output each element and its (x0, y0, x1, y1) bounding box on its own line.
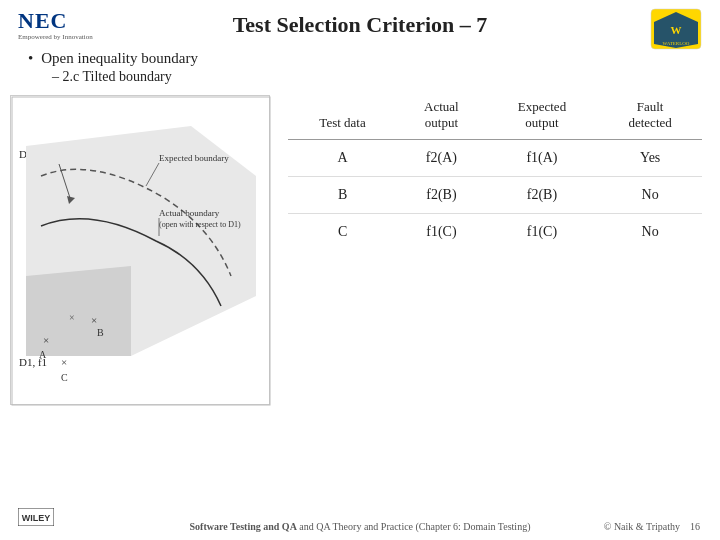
footer-page: 16 (690, 521, 700, 532)
svg-text:C: C (61, 372, 68, 383)
table-row: A f2(A) f1(A) Yes (288, 140, 702, 177)
footer-detail: Theory and Practice (Chapter 6: Domain T… (333, 521, 531, 532)
row-a-test: A (288, 140, 397, 177)
svg-text:B: B (97, 327, 104, 338)
svg-text:×: × (43, 334, 49, 346)
table-row: C f1(C) f1(C) No (288, 214, 702, 251)
footer-text: Software Testing and QA and QA Theory an… (20, 521, 700, 532)
row-b-actual: f2(B) (397, 177, 486, 214)
wiley-logo: WILEY (18, 508, 54, 526)
row-b-expected: f2(B) (486, 177, 599, 214)
col-actual: Actualoutput (397, 95, 486, 140)
row-b-test: B (288, 177, 397, 214)
waterloo-logo: W WATERLOO (650, 8, 702, 54)
row-b-fault: No (598, 177, 702, 214)
svg-text:WILEY: WILEY (22, 513, 51, 523)
col-expected: Expectedoutput (486, 95, 599, 140)
nec-logo-area: NEC Empowered by Innovation (18, 10, 93, 41)
main-area: D2, f2 D1, f1 Expected boundary Actual b… (0, 91, 720, 405)
sub-item: – 2.c Tilted boundary (52, 69, 692, 85)
svg-text:×: × (69, 312, 75, 323)
row-c-fault: No (598, 214, 702, 251)
col-test: Test data (288, 95, 397, 140)
svg-text:A: A (39, 349, 47, 360)
row-a-expected: f1(A) (486, 140, 599, 177)
svg-text:Actual boundary: Actual boundary (159, 208, 220, 218)
row-c-actual: f1(C) (397, 214, 486, 251)
bullet-text: Open inequality boundary (41, 50, 198, 67)
svg-text:(open with respect to D1): (open with respect to D1) (159, 220, 241, 229)
table-area: Test data Actualoutput Expectedoutput Fa… (280, 95, 710, 405)
row-a-actual: f2(A) (397, 140, 486, 177)
diagram-area: D2, f2 D1, f1 Expected boundary Actual b… (10, 95, 270, 405)
row-c-test: C (288, 214, 397, 251)
row-c-expected: f1(C) (486, 214, 599, 251)
footer-sub: and QA (299, 521, 332, 532)
table-row: B f2(B) f2(B) No (288, 177, 702, 214)
svg-text:WATERLOO: WATERLOO (663, 41, 690, 46)
page-title: Test Selection Criterion – 7 (233, 12, 488, 38)
row-a-fault: Yes (598, 140, 702, 177)
bullet-dot: • (28, 50, 33, 67)
content-area: • Open inequality boundary – 2.c Tilted … (0, 44, 720, 85)
svg-text:Expected boundary: Expected boundary (159, 153, 229, 163)
nec-logo: NEC (18, 10, 67, 32)
svg-text:W: W (671, 24, 682, 36)
data-table: Test data Actualoutput Expectedoutput Fa… (288, 95, 702, 250)
bullet-item: • Open inequality boundary (28, 50, 692, 67)
footer: WILEY Software Testing and QA and QA The… (0, 521, 720, 532)
footer-bold: Software Testing and QA (190, 521, 297, 532)
col-fault: Faultdetected (598, 95, 702, 140)
header: NEC Empowered by Innovation Test Selecti… (0, 0, 720, 44)
svg-text:×: × (61, 356, 67, 368)
footer-copyright: © Naik & Tripathy 16 (604, 521, 700, 532)
nec-tagline: Empowered by Innovation (18, 33, 93, 41)
svg-text:×: × (91, 314, 97, 326)
